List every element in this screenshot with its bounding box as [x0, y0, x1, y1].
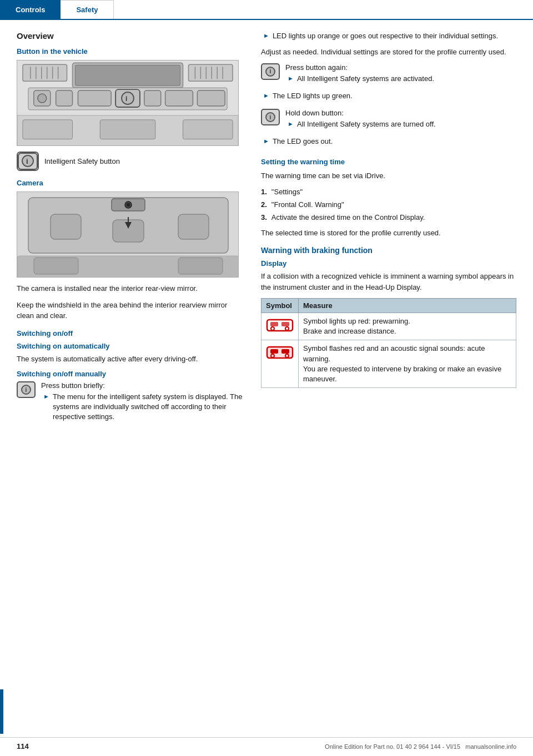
svg-rect-31	[183, 120, 233, 139]
top-navigation: Controls Safety	[0, 0, 533, 20]
bullet-text-1: The menu for the intelligent safety syst…	[53, 392, 244, 422]
svg-rect-29	[23, 120, 73, 139]
col-measure: Measure	[299, 299, 516, 313]
steps-list: 1. "Settings" 2. "Frontal Coll. Warning"…	[261, 187, 516, 223]
symbol-cell-2	[262, 340, 299, 388]
tab-safety[interactable]: Safety	[61, 0, 114, 19]
svg-point-23	[122, 92, 134, 104]
auto-text: The system is automatically active after…	[17, 354, 244, 365]
btn-circle: i	[21, 385, 31, 395]
svg-rect-45	[34, 258, 78, 274]
warning-table: Symbol Measure	[261, 298, 516, 388]
svg-point-19	[38, 94, 47, 103]
measure-cell-1: Symbol lights up red: prewarning. Brake …	[299, 313, 516, 340]
svg-rect-26	[165, 90, 193, 106]
svg-rect-37	[51, 214, 81, 239]
svg-rect-21	[78, 90, 111, 106]
bullet-item-1: ► The menu for the intelligent safety sy…	[41, 392, 244, 422]
hold-row: i Hold down button: ► All Intelligent Sa…	[261, 109, 516, 132]
braking-heading: Warning with braking function	[261, 246, 516, 255]
svg-text:i: i	[26, 157, 28, 165]
svg-rect-48	[270, 322, 278, 326]
led-bullet-item: ► LED lights up orange or goes out respe…	[261, 31, 516, 41]
step-3: 3. Activate the desired time on the Cont…	[261, 213, 516, 223]
step-3-num: 3.	[261, 213, 267, 223]
led-green-arrow: ►	[263, 92, 269, 99]
footer-info: Online Edition for Part no. 01 40 2 964 …	[325, 743, 516, 750]
step-1-num: 1.	[261, 187, 267, 197]
step-1-text: "Settings"	[271, 187, 303, 197]
svg-point-50	[271, 327, 274, 330]
isb-label: Intelligent Safety button	[44, 157, 120, 165]
page-footer: 114 Online Edition for Part no. 01 40 2 …	[0, 737, 533, 750]
warning-time-heading: Setting the warning time	[261, 158, 516, 166]
step-3-text: Activate the desired time on the Control…	[271, 213, 425, 223]
camera-text1: The camera is installed near the interio…	[17, 283, 244, 294]
isb-row: i Intelligent Safety button	[17, 152, 244, 171]
press-again-content: Press button again: ► All Intelligent Sa…	[285, 63, 516, 87]
svg-rect-46	[178, 258, 223, 274]
switching-heading: Switching on/off	[17, 329, 244, 337]
braking-section: Warning with braking function Display If…	[261, 246, 516, 388]
left-indicator	[0, 689, 3, 734]
camera-image	[17, 191, 239, 278]
press-button-icon: i	[17, 381, 36, 398]
svg-point-51	[285, 327, 289, 330]
press-again-label: Press button again:	[285, 63, 516, 72]
svg-rect-49	[281, 322, 289, 326]
led-green-text: The LED lights up green.	[273, 91, 353, 101]
svg-rect-1	[23, 64, 67, 81]
camera-section: Camera	[17, 179, 244, 321]
all-activated-item: ► All Intelligent Safety systems are act…	[285, 74, 516, 84]
col-symbol: Symbol	[262, 299, 299, 313]
display-heading: Display	[261, 259, 516, 268]
camera-text2: Keep the windshield in the area behind t…	[17, 300, 244, 321]
vehicle-dashboard-image: i	[17, 60, 239, 146]
led-bullet-text: LED lights up orange or goes out respect…	[273, 31, 498, 41]
svg-rect-53	[270, 349, 278, 354]
left-column: Overview Button in the vehicle	[0, 31, 255, 433]
press-row: i Press button briefly: ► The menu for t…	[17, 381, 244, 425]
right-column: ► LED lights up orange or goes out respe…	[255, 31, 533, 433]
switching-section: Switching on/off Switching on automatica…	[17, 329, 244, 425]
warning-time-section: Setting the warning time The warning tim…	[261, 158, 516, 238]
press-label: Press button briefly:	[41, 381, 244, 390]
all-off-arrow: ►	[288, 120, 294, 127]
measure-line-1-2: Brake and increase distance.	[303, 327, 396, 335]
all-off-item: ► All Intelligent Safety systems are tur…	[285, 119, 516, 129]
svg-point-42	[127, 203, 130, 206]
manual-heading: Switching on/off manually	[17, 370, 244, 378]
overview-title: Overview	[17, 31, 244, 41]
all-off-text: All Intelligent Safety systems are turne…	[297, 119, 436, 129]
table-row-2: Symbol flashes red and an acoustic signa…	[262, 340, 516, 388]
led-bullet-arrow: ►	[263, 32, 269, 39]
measure-line-2-1: Symbol flashes red and an acoustic signa…	[303, 344, 485, 362]
main-content: Overview Button in the vehicle	[0, 20, 533, 444]
svg-rect-54	[281, 349, 289, 354]
button-section-heading: Button in the vehicle	[17, 47, 244, 56]
measure-line-1-1: Symbol lights up red: prewarning.	[303, 317, 410, 325]
svg-rect-38	[178, 214, 209, 239]
table-row-1: Symbol lights up red: prewarning. Brake …	[262, 313, 516, 340]
led-out-arrow: ►	[263, 138, 269, 144]
press-again-icon: i	[261, 63, 280, 80]
button-section: Button in the vehicle	[17, 47, 244, 171]
step-2-num: 2.	[261, 200, 267, 210]
svg-rect-25	[144, 90, 161, 106]
led-out-item: ► The LED goes out.	[261, 137, 516, 147]
svg-rect-30	[100, 120, 155, 139]
press-content: Press button briefly: ► The menu for the…	[41, 381, 244, 425]
press-again-row: i Press button again: ► All Intelligent …	[261, 63, 516, 87]
adjust-text: Adjust as needed. Individual settings ar…	[261, 47, 516, 58]
hold-label: Hold down button:	[285, 109, 516, 117]
tab-controls[interactable]: Controls	[0, 0, 61, 19]
all-activated-arrow: ►	[288, 75, 294, 82]
led-green-item: ► The LED lights up green.	[261, 91, 516, 101]
led-out-text: The LED goes out.	[273, 137, 333, 147]
hold-icon: i	[261, 109, 280, 125]
auto-heading: Switching on automatically	[17, 342, 244, 350]
symbol-cell-1	[262, 313, 299, 340]
svg-text:i: i	[125, 95, 127, 103]
footer-domain: manualsonline.info	[465, 743, 516, 750]
hold-content: Hold down button: ► All Intelligent Safe…	[285, 109, 516, 132]
